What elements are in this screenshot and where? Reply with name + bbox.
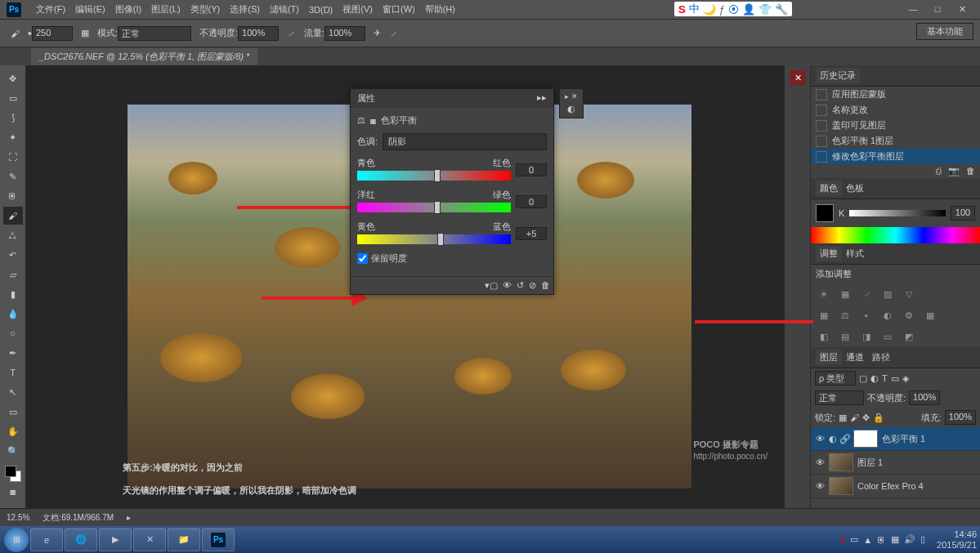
menu-filter[interactable]: 滤镜(T) [265,3,304,16]
camera-icon[interactable]: 📷 [948,166,960,176]
zoom-tool[interactable]: 🔍 [3,442,23,460]
brightness-icon[interactable]: ☀ [816,287,832,301]
menu-select[interactable]: 选择(S) [225,3,265,16]
gradient-tool[interactable]: ▮ [3,285,23,303]
tray-net-icon[interactable]: ▦ [891,534,899,545]
layer-row[interactable]: 👁 图层 1 [811,451,980,475]
taskbar-clock[interactable]: 14:46 2015/9/21 [937,529,977,551]
snapshot-icon[interactable]: ⎙ [936,166,942,176]
history-item[interactable]: 色彩平衡 1图层 [811,133,980,149]
menu-image[interactable]: 图像(I) [110,3,146,16]
blur-tool[interactable]: 💧 [3,305,23,323]
visibility-icon[interactable]: 👁 [814,457,826,467]
keyboard-icon[interactable]: ⦿ [728,3,739,16]
cyan-red-slider[interactable] [357,171,511,181]
brush-panel-icon[interactable]: ▦ [81,28,89,38]
heal-tool[interactable]: ⛨ [3,187,23,205]
menu-file[interactable]: 文件(F) [31,3,70,16]
view-prev-icon[interactable]: 👁 [503,280,512,291]
lut-icon[interactable]: ▦ [922,308,938,323]
lock-trans-icon[interactable]: ▦ [839,413,847,423]
text-tool[interactable]: T [3,363,23,381]
document-tab[interactable]: _DSC2676.NEF @ 12.5% (色彩平衡 1, 图层蒙版/8) * [31,48,257,65]
pressure-size-icon[interactable]: ⟋ [389,29,398,38]
mask-thumb[interactable] [853,430,878,448]
brush-tool[interactable]: 🖌 [3,207,23,225]
history-item[interactable]: 应用图层蒙版 [811,87,980,102]
app-icon[interactable]: ✕ [133,528,166,551]
bw-icon[interactable]: ▪ [858,308,875,323]
hand-tool[interactable]: ✋ [3,422,23,440]
dodge-tool[interactable]: ○ [3,324,23,342]
magenta-green-slider[interactable] [357,203,511,212]
eraser-tool[interactable]: ▱ [3,265,23,283]
styles-tab[interactable]: 样式 [842,246,868,261]
shape-tool[interactable]: ▭ [3,403,23,421]
menu-window[interactable]: 窗口(W) [378,3,420,16]
panel-collapse-icon[interactable]: ▸▸ [537,92,547,105]
close-button[interactable]: ✕ [951,2,973,16]
menu-edit[interactable]: 编辑(E) [70,3,110,16]
airbrush-icon[interactable]: ✈ [374,28,381,38]
wand-tool[interactable]: ✦ [3,128,23,146]
maximize-button[interactable]: □ [926,2,949,16]
skin-icon[interactable]: 👕 [758,3,772,16]
levels-icon[interactable]: ▦ [837,287,853,301]
swatches-tab[interactable]: 色板 [842,181,868,196]
layer-opacity[interactable]: 100% [909,390,940,405]
layer-name[interactable]: 图层 1 [857,457,883,469]
tone-select[interactable]: 阴影 [383,133,547,150]
tray-vol-icon[interactable]: 🔊 [904,534,915,545]
menu-layer[interactable]: 图层(L) [146,3,185,16]
dock-close-icon[interactable]: ✕ [790,70,805,85]
explorer-icon[interactable]: 📁 [168,528,200,551]
k-slider[interactable] [849,210,946,216]
color-preview[interactable] [816,204,834,222]
blend-mode[interactable]: 正常 [815,390,864,405]
move-tool[interactable]: ✥ [3,69,23,87]
pressure-opacity-icon[interactable]: ⟋ [287,29,296,38]
ie-icon[interactable]: e [30,528,63,551]
filter-img-icon[interactable]: ▢ [859,373,867,384]
tray-up-icon[interactable]: ▲ [863,535,872,545]
layer-name[interactable]: 色彩平衡 1 [882,433,925,445]
visibility-icon[interactable]: 👁 [814,434,826,444]
pen-tool[interactable]: ✒ [3,344,23,362]
mini-panel-icon[interactable]: ◐ [567,104,575,114]
curves-icon[interactable]: ⟋ [858,287,875,301]
lock-paint-icon[interactable]: 🖌 [850,413,859,422]
yellow-blue-slider[interactable] [357,234,511,244]
ime-icon-bar[interactable]: S 中 🌙 ƒ ⦿ 👤 👕 🔧 [674,2,792,16]
opacity-input[interactable]: 100% [238,26,279,41]
lock-all-icon[interactable]: 🔒 [873,413,884,423]
layer-thumb[interactable] [829,477,853,495]
tray-ime-icon[interactable]: S [839,535,845,545]
browser-icon[interactable]: 🌐 [65,528,97,551]
exposure-icon[interactable]: ▨ [879,287,896,301]
collapsed-dock[interactable]: ✕ [784,65,810,526]
filter-shape-icon[interactable]: ▭ [891,373,899,384]
brush-preset[interactable]: • 250 [28,26,73,41]
lock-pos-icon[interactable]: ✥ [862,413,870,423]
zoom-level[interactable]: 12.5% [7,513,29,522]
color-tab[interactable]: 颜色 [816,181,842,196]
eyedropper-tool[interactable]: ✎ [3,167,23,185]
crop-tool[interactable]: ⛶ [3,148,23,166]
menu-type[interactable]: 类型(Y) [186,3,226,16]
tray-flag-icon[interactable]: ▭ [850,534,858,545]
toggle-icon[interactable]: ⊘ [529,280,536,291]
filter-adj-icon[interactable]: ◐ [870,373,879,384]
history-item[interactable]: 盖印可见图层 [811,118,980,133]
photoshop-taskbar-icon[interactable]: Ps [202,528,235,551]
delete-icon[interactable]: 🗑 [541,280,550,291]
visibility-icon[interactable]: 👁 [814,481,826,491]
path-tool[interactable]: ↖ [3,383,23,401]
mini-close-icon[interactable]: ▸ ✕ [565,92,578,100]
tray-batt-icon[interactable]: ▯ [920,534,925,545]
threshold-icon[interactable]: ◨ [858,329,875,344]
gradmap-icon[interactable]: ▭ [879,329,896,344]
colorbal-icon[interactable]: ⚖ [837,308,853,323]
layer-thumb[interactable] [829,453,853,471]
moon-icon[interactable]: 🌙 [703,3,716,16]
mask-icon[interactable]: ◙ [370,116,376,126]
